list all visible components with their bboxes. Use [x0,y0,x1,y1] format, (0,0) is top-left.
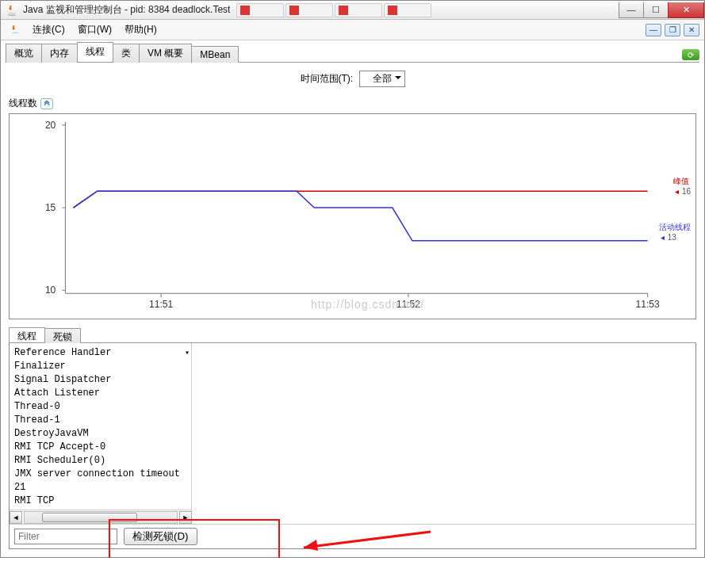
menu-window[interactable]: 窗口(W) [71,21,118,39]
thread-list-item[interactable]: Reference Handler [14,346,186,360]
os-titlebar: Java 监视和管理控制台 - pid: 8384 deadlock.Test … [1,1,704,20]
window-buttons: — ☐ ✕ [619,2,704,18]
chart-title: 线程数 [9,97,37,110]
tab-threads[interactable]: 线程 [77,42,113,62]
xtick: 11:53 [636,299,660,310]
time-range-value: 全部 [373,73,392,84]
java-icon [9,24,21,36]
chart-canvas: 20 15 10 11:51 11:52 11:53 峰值 ◂ [9,113,696,319]
chart-svg: 20 15 10 11:51 11:52 11:53 [10,114,695,319]
legend-peak: 峰值 ◂ 16 [673,176,691,196]
thread-list-item[interactable]: RMI Scheduler(0) [14,454,186,468]
ytick: 15 [45,202,56,213]
ghost-tab [236,3,284,17]
sort-indicator-icon: ▾ [185,346,190,360]
scroll-right-button[interactable]: ► [179,511,192,524]
series-live [73,191,647,241]
xtick: 11:51 [149,299,173,310]
java-icon [6,4,18,17]
scroll-track[interactable] [24,511,178,524]
ytick: 10 [45,284,56,296]
refresh-icon[interactable]: ⟳ [682,49,699,60]
menubar: 连接(C) 窗口(W) 帮助(H) — ❐ ✕ [1,20,704,40]
tab-vmsummary[interactable]: VM 概要 [139,44,192,63]
main-tabstrip: 概览 内存 线程 类 VM 概要 MBean ⟳ [6,45,699,63]
thread-list-item[interactable]: Attach Listener [14,387,186,400]
chevron-up-icon [44,101,50,107]
thread-list-item[interactable]: RMI TCP Connection(9)-172.20.13.6 [14,494,186,510]
thread-list[interactable]: ▾ Reference HandlerFinalizerSignal Dispa… [10,343,192,510]
subtab-deadlock[interactable]: 死锁 [44,328,81,343]
time-range-label: 时间范围(T): [301,73,354,84]
scroll-left-button[interactable]: ◄ [10,511,22,524]
mdi-restore-button[interactable]: ❐ [665,24,680,36]
chart-collapse-button[interactable] [40,98,53,109]
menu-help[interactable]: 帮助(H) [118,21,163,39]
thread-list-item[interactable]: Finalizer [14,360,186,373]
detect-deadlock-button[interactable]: 检测死锁(D) [124,528,197,545]
filter-input[interactable] [14,529,117,544]
horizontal-scrollbar[interactable]: ◄ ► [10,510,192,524]
thread-list-item[interactable]: DestroyJavaVM [14,427,186,441]
time-range-select[interactable]: 全部 [359,71,405,87]
browser-tab-ghosts [236,3,431,17]
ghost-tab [285,3,333,17]
minimize-button[interactable]: — [619,2,644,18]
subtabs: 线程 死锁 [9,327,696,343]
thread-list-item[interactable]: RMI TCP Accept-0 [14,441,186,454]
menu-connect[interactable]: 连接(C) [26,21,71,39]
mdi-close-button[interactable]: ✕ [684,24,699,36]
ghost-tab [384,3,431,17]
legend-live: 活动线程 ◂ 13 [659,222,691,242]
thread-list-item[interactable]: Thread-1 [14,414,186,427]
thread-list-item[interactable]: JMX server connection timeout 21 [14,468,186,494]
threads-panel: 线程 死锁 ▾ Reference HandlerFinalizerSignal… [1,327,704,557]
app-window: Java 监视和管理控制台 - pid: 8384 deadlock.Test … [0,0,705,558]
watermark: http://blog.csdn.net/ [311,298,424,311]
tab-mbeans[interactable]: MBean [191,46,239,63]
subtab-threads[interactable]: 线程 [9,327,45,342]
maximize-button[interactable]: ☐ [643,2,669,18]
tab-memory[interactable]: 内存 [41,44,78,63]
tab-overview[interactable]: 概览 [6,44,42,63]
thread-list-item[interactable]: Signal Dispatcher [14,373,186,387]
series-peak [73,191,647,208]
close-button[interactable]: ✕ [668,2,704,18]
ytick: 20 [45,120,56,131]
ghost-tab [335,3,382,17]
tab-classes[interactable]: 类 [113,44,140,63]
thread-detail-pane [192,343,695,510]
thread-list-item[interactable]: Thread-0 [14,400,186,414]
mdi-minimize-button[interactable]: — [646,24,661,36]
scroll-thumb[interactable] [42,513,137,522]
thread-list-frame: ▾ Reference HandlerFinalizerSignal Dispa… [9,343,696,549]
window-title: Java 监视和管理控制台 - pid: 8384 deadlock.Test [23,3,230,17]
chart-section: 时间范围(T): 全部 线程数 20 15 10 [1,63,704,327]
